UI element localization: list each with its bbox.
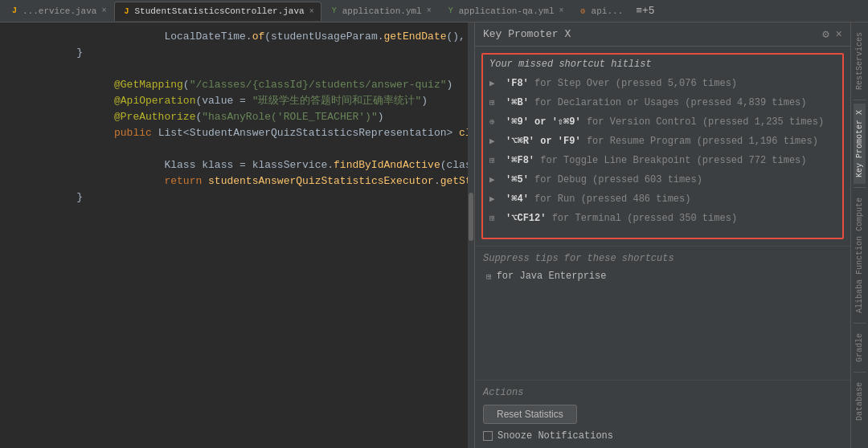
tab-overflow-label: ≡+5 xyxy=(636,5,654,17)
version-control-icon: ⊕ xyxy=(489,115,501,129)
shortcut-item-cmdf8: ⊞ '⌘F8' for Toggle Line Breakpoint (pres… xyxy=(483,151,842,170)
close-icon[interactable]: × xyxy=(836,28,842,41)
suppress-section: Suppress tips for these shortcuts ⊞ for … xyxy=(475,246,850,290)
breakpoint-icon: ⊞ xyxy=(489,153,501,168)
snooze-checkbox[interactable] xyxy=(483,431,493,441)
run-icon: ▶ xyxy=(489,192,501,206)
toolwindow-key-promoter[interactable]: Key Promoter X xyxy=(854,104,866,184)
java-file-icon: J xyxy=(121,6,131,16)
code-line: LocalDateTime.of(studentUsageParam.getEn… xyxy=(0,29,474,45)
scrollbar[interactable] xyxy=(468,22,474,448)
declaration-icon: ⊞ xyxy=(489,96,501,110)
tab-label: ...ervice.java xyxy=(23,6,96,16)
java-enterprise-icon: ⊞ xyxy=(486,271,492,282)
panel-title: Key Promoter X xyxy=(483,28,816,40)
tab-api[interactable]: ⚙ api... xyxy=(572,2,630,21)
shortcut-item-cmdb: ⊞ '⌘B' for Declaration or Usages (presse… xyxy=(483,93,842,112)
java-file-icon: J xyxy=(10,6,19,16)
tab-bar: J ...ervice.java × J StudentStatisticsCo… xyxy=(0,0,868,22)
terminal-icon: ⊞ xyxy=(489,211,501,226)
tab-application-yml[interactable]: Y application.yml × xyxy=(323,2,438,21)
hitlist-header: Your missed shortcut hitlist xyxy=(483,55,842,74)
toolwindow-alibaba[interactable]: Alibaba Function Compute xyxy=(854,191,866,320)
panel-body: Your missed shortcut hitlist ▶ 'F8' for … xyxy=(475,47,850,448)
tab-close-icon[interactable]: × xyxy=(559,6,564,15)
tab-application-qa-yml[interactable]: Y application-qa.yml × xyxy=(440,2,571,21)
tab-label: application-qa.yml xyxy=(459,6,555,16)
key-promoter-panel: Key Promoter X ⚙ × Your missed shortcut … xyxy=(474,22,850,448)
step-over-icon: ▶ xyxy=(489,76,501,91)
shortcut-item-f9: ▶ '⌥⌘R' or 'F9' for Resume Program (pres… xyxy=(483,132,842,151)
snooze-row: Snooze Notifications xyxy=(483,430,842,442)
tab-student-controller[interactable]: J StudentStatisticsController.java × xyxy=(114,2,321,21)
api-file-icon: ⚙ xyxy=(579,6,588,16)
gear-icon[interactable]: ⚙ xyxy=(822,27,829,41)
right-toolwindows: RestServices Key Promoter X Alibaba Func… xyxy=(850,22,868,448)
tool-separator xyxy=(854,372,866,373)
main-area: LocalDateTime.of(studentUsageParam.getEn… xyxy=(0,22,868,448)
panel-header: Key Promoter X ⚙ × xyxy=(475,22,850,47)
resume-icon: ▶ xyxy=(489,134,501,149)
yml-file-icon: Y xyxy=(446,6,456,16)
toolwindow-database[interactable]: Database xyxy=(854,376,866,427)
toolwindow-gradle[interactable]: Gradle xyxy=(854,327,866,369)
tab-overflow[interactable]: ≡+5 xyxy=(631,5,659,17)
tab-label: api... xyxy=(592,6,624,16)
shortcut-item-terminal: ⊞ '⌥CF12' for Terminal (pressed 350 time… xyxy=(483,209,842,228)
suppress-java-enterprise[interactable]: ⊞ for Java Enterprise xyxy=(483,269,842,283)
yml-file-icon: Y xyxy=(330,6,339,16)
suppress-label: Suppress tips for these shortcuts xyxy=(483,253,842,264)
suppress-item-label: for Java Enterprise xyxy=(497,271,607,282)
tool-separator xyxy=(854,100,866,100)
tab-label: application.yml xyxy=(342,6,422,16)
shortcut-item-debug: ▶ '⌘5' for Debug (pressed 603 times) xyxy=(483,170,842,189)
shortcut-item-cmd9: ⊕ '⌘9' or '⇧⌘9' for Version Control (pre… xyxy=(483,112,842,132)
code-line-return: return studentsAnswerQuizStatisticsExecu… xyxy=(0,173,474,189)
debug-icon: ▶ xyxy=(489,173,501,187)
tool-separator xyxy=(854,187,866,188)
code-line-method: public List<StudentAnswerQuizStatisticsR… xyxy=(0,125,474,141)
shortcut-item-f8: ▶ 'F8' for Step Over (pressed 5,076 time… xyxy=(483,74,842,93)
tab-label: StudentStatisticsController.java xyxy=(134,6,304,16)
shortcut-item-run: ▶ '⌘4' for Run (pressed 486 times) xyxy=(483,189,842,209)
tab-close-icon[interactable]: × xyxy=(309,7,314,16)
code-content[interactable]: LocalDateTime.of(studentUsageParam.getEn… xyxy=(0,22,474,448)
editor-area: LocalDateTime.of(studentUsageParam.getEn… xyxy=(0,22,474,448)
hitlist-section: Your missed shortcut hitlist ▶ 'F8' for … xyxy=(481,53,844,239)
tab-service-java[interactable]: J ...ervice.java × xyxy=(3,2,113,21)
snooze-label: Snooze Notifications xyxy=(497,430,613,442)
scroll-thumb[interactable] xyxy=(469,193,473,241)
actions-label: Actions xyxy=(483,387,842,398)
reset-statistics-button[interactable]: Reset Statistics xyxy=(483,405,577,424)
toolwindow-rest-services[interactable]: RestServices xyxy=(854,26,866,96)
actions-section: Actions Reset Statistics Snooze Notifica… xyxy=(475,380,850,448)
tab-close-icon[interactable]: × xyxy=(101,6,106,15)
tool-separator xyxy=(854,323,866,324)
fade-overlay xyxy=(483,225,842,238)
tab-close-icon[interactable]: × xyxy=(427,6,432,15)
